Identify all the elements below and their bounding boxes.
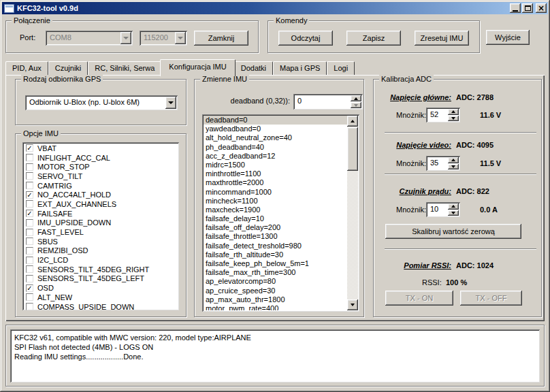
current-sensor-multiplier-spinner[interactable]: 10 [426, 202, 460, 217]
imu-variable-item[interactable]: failsafe_throttle=1300 [204, 232, 347, 241]
imu-variable-item[interactable]: midrc=1500 [204, 161, 347, 169]
imu-option-row[interactable]: ✓NO_ACC4ALT_HOLD [24, 190, 178, 199]
calibrate-zero-button[interactable]: Skalibruj wartość zerową [385, 224, 521, 239]
checkbox-unchecked[interactable] [26, 303, 33, 310]
imu-variable-item[interactable]: failsafe_rth_altitude=30 [204, 250, 347, 259]
disconnect-button[interactable]: Zamknij [194, 31, 248, 46]
tab-dodatki[interactable]: Dodatki [234, 61, 273, 75]
imu-variable-item[interactable]: ap_cruice_speed=30 [204, 287, 347, 295]
tab-konfiguracja-imu[interactable]: Konfiguracja IMU [160, 59, 235, 76]
imu-variable-item[interactable]: ph_deadband=40 [204, 143, 347, 152]
read-button[interactable]: Odczytaj [278, 31, 333, 46]
imu-option-row[interactable]: INFLIGHT_ACC_CAL [24, 153, 178, 163]
imu-variable-item[interactable]: failsafe_detect_treshold=980 [204, 242, 347, 250]
imu-variable-item[interactable]: acc_z_deadband=12 [204, 152, 347, 161]
imu-variable-item[interactable]: alt_hold_neutral_zone=40 [204, 133, 347, 142]
gps-dropdown-button[interactable] [165, 97, 176, 109]
spin-up-button[interactable] [448, 203, 459, 210]
baud-select[interactable]: 115200 [140, 31, 187, 46]
imu-variable-item[interactable]: maxcheck=1900 [204, 206, 347, 214]
checkbox-unchecked[interactable] [26, 265, 33, 273]
imu-variable-item[interactable]: ap_elevatorcomp=80 [204, 277, 347, 286]
imu-option-row[interactable]: IMU_UPSIDE_DOWN [24, 218, 178, 228]
checkbox-checked[interactable]: ✓ [26, 144, 33, 152]
imu-option-row[interactable]: EXT_AUX_CHANNELS [24, 199, 178, 209]
imu-variable-item[interactable]: failsafe_off_delay=200 [204, 223, 347, 232]
tab-pid-aux[interactable]: PID, Aux [5, 61, 48, 75]
minimize-button[interactable] [510, 3, 521, 13]
imu-option-row[interactable]: ALT_NEW [24, 293, 178, 302]
write-button[interactable]: Zapisz [346, 31, 401, 46]
checkbox-unchecked[interactable] [26, 257, 33, 264]
imu-variable-item[interactable]: deadband=0 [204, 116, 347, 125]
imu-option-row[interactable]: ✓OSD [24, 283, 178, 293]
scroll-up-button[interactable] [347, 116, 358, 127]
scroll-down-button[interactable] [347, 299, 358, 310]
imu-option-row[interactable]: SBUS [24, 237, 178, 246]
tab-mapa-i-gps[interactable]: Mapa i GPS [273, 61, 327, 75]
port-select[interactable]: COM8 [46, 31, 133, 46]
baud-dropdown-button[interactable] [175, 32, 186, 44]
spin-down-button[interactable] [448, 210, 459, 216]
imu-variable-item[interactable]: failsafe_keep_ph_below_5m=1 [204, 259, 347, 268]
imu-variable-item[interactable]: mincheck=1100 [204, 197, 347, 206]
close-button[interactable]: × [536, 3, 547, 13]
exit-button[interactable]: Wyjście [486, 30, 530, 45]
gps-type-select[interactable]: Odbiornik U-Blox (np. U-blox 6M) [25, 95, 178, 110]
deadband-spin-up-button[interactable] [351, 95, 361, 101]
reset-imu-button[interactable]: Zresetuj IMU [415, 31, 469, 46]
imu-variable-item[interactable]: yawdeadband=0 [204, 125, 347, 133]
checkbox-checked[interactable]: ✓ [26, 191, 33, 199]
tx-off-button[interactable]: TX - OFF [460, 291, 522, 306]
imu-option-row[interactable]: SENSORS_TILT_45DEG_LEFT [24, 274, 178, 284]
checkbox-unchecked[interactable] [26, 229, 33, 236]
checkbox-unchecked[interactable] [26, 172, 33, 180]
tab-czujniki[interactable]: Czujniki [48, 61, 88, 75]
imu-variable-item[interactable]: minthrottle=1100 [204, 169, 347, 178]
imu-option-row[interactable]: COMPASS_UPSIDE_DOWN [24, 302, 178, 310]
checkbox-unchecked[interactable] [26, 275, 33, 282]
tab-rc-silniki-serwa[interactable]: RC, Silniki, Serwa [88, 61, 161, 75]
spin-up-button[interactable] [448, 157, 459, 163]
variables-scrollbar[interactable] [347, 116, 358, 310]
spin-up-button[interactable] [448, 109, 459, 115]
checkbox-unchecked[interactable] [26, 182, 33, 189]
imu-option-row[interactable]: SERVO_TILT [24, 172, 178, 181]
imu-option-row[interactable]: I2C_LCD [24, 255, 178, 265]
imu-variable-item[interactable]: ap_max_auto_thr=1800 [204, 295, 347, 304]
checkbox-checked[interactable]: ✓ [26, 210, 33, 217]
title-bar[interactable]: KFC32-tool v0.9d × [2, 2, 548, 14]
imu-variable-item[interactable]: failsafe_max_rth_time=300 [204, 268, 347, 277]
checkbox-unchecked[interactable] [26, 293, 33, 301]
video-voltage-multiplier-spinner[interactable]: 35 [426, 156, 460, 171]
deadband-spinner[interactable]: 0 [293, 94, 363, 110]
imu-option-row[interactable]: MOTOR_STOP [24, 162, 178, 172]
imu-option-row[interactable]: CAMTRIG [24, 181, 178, 191]
port-dropdown-button[interactable] [120, 32, 131, 44]
imu-option-row[interactable]: FAST_LEVEL [24, 227, 178, 237]
checkbox-unchecked[interactable] [26, 154, 33, 161]
maximize-button[interactable] [522, 3, 533, 13]
imu-option-row[interactable]: SENSORS_TILT_45DEG_RIGHT [24, 265, 178, 274]
checkbox-unchecked[interactable] [26, 219, 33, 227]
scrollbar-thumb[interactable] [347, 127, 358, 171]
checkbox-unchecked[interactable] [26, 163, 33, 171]
main-voltage-multiplier-spinner[interactable]: 52 [426, 108, 460, 122]
checkbox-unchecked[interactable] [26, 247, 33, 255]
log-textbox[interactable]: KFC32 v61, compatible with MWC version: … [10, 329, 540, 382]
imu-option-row[interactable]: ✓FAILSAFE [24, 209, 178, 218]
imu-variable-item[interactable]: mincommand=1000 [204, 188, 347, 197]
checkbox-checked[interactable]: ✓ [26, 284, 33, 292]
checkbox-unchecked[interactable] [26, 200, 33, 208]
tx-on-button[interactable]: TX - ON [385, 291, 453, 306]
imu-variable-item[interactable]: failsafe_delay=10 [204, 214, 347, 223]
imu-option-row[interactable]: ✓VBAT [24, 144, 178, 153]
imu-variable-item[interactable]: motor_pwm_rate=400 [204, 304, 347, 310]
imu-variable-item[interactable]: maxthrottle=2000 [204, 178, 347, 187]
imu-option-row[interactable]: REMZIBI_OSD [24, 246, 178, 256]
tab-logi[interactable]: Logi [327, 61, 355, 75]
deadband-spin-down-button[interactable] [351, 102, 361, 108]
checkbox-unchecked[interactable] [26, 238, 33, 245]
spin-down-button[interactable] [448, 164, 459, 170]
spin-down-button[interactable] [448, 116, 459, 122]
